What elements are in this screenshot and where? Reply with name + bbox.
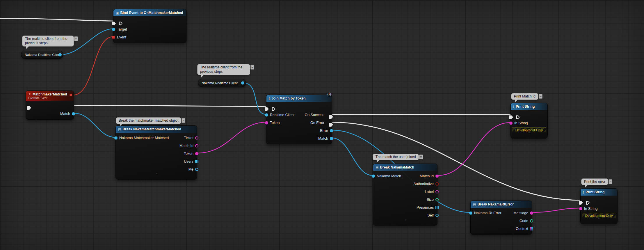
development-only-banner: Development Only [512, 127, 546, 132]
token-output-pin[interactable] [195, 152, 198, 155]
struct-input-pin[interactable] [372, 174, 375, 178]
target-pin[interactable] [112, 28, 115, 31]
pin-row: Me [116, 165, 197, 173]
pin-label: Ticket [184, 136, 193, 140]
node-print-string-2[interactable]: ƒ Print String In String Development Onl… [580, 188, 618, 224]
pin-label: Self [427, 213, 434, 217]
bubble-tab-icon[interactable]: ≡ [182, 118, 185, 123]
node-header[interactable]: ❖ MatchmakerMatched Custom Event [26, 91, 74, 101]
bubble-tab-icon[interactable]: ≡ [250, 65, 254, 70]
pin-row: Target [113, 25, 186, 33]
token-pin[interactable] [265, 121, 268, 124]
node-print-string-1[interactable]: ƒ Print String In String Development Onl… [510, 103, 548, 139]
pin-label: Size [427, 198, 434, 202]
node-join-match-by-token[interactable]: ◷ ƒ Join Match by Token Realtime Client … [266, 95, 332, 144]
authoritative-output-pin[interactable] [435, 182, 439, 185]
presences-array-output-pin[interactable] [435, 206, 439, 209]
exec-out-pin[interactable] [516, 115, 520, 119]
match-id-output-pin[interactable] [195, 144, 198, 147]
break-struct-icon: ▤ [473, 203, 476, 206]
struct-input-pin[interactable] [114, 136, 118, 139]
comment-bubble-print-error[interactable]: Print the error ≡ [581, 178, 608, 185]
node-nakama-realtime-client-1[interactable]: Nakama Realtime Client [21, 51, 63, 59]
message-output-pin[interactable] [530, 211, 533, 214]
exec-out-pin[interactable] [119, 22, 122, 25]
error-output-pin[interactable] [330, 129, 333, 132]
node-header[interactable]: ▤ Break NakamaRtError [471, 201, 532, 208]
output-pin-realtime-client[interactable] [241, 81, 244, 85]
event-delegate-pin[interactable] [112, 36, 115, 39]
on-error-exec-pin[interactable] [329, 123, 333, 127]
collapse-chevron-icon[interactable]: ˄ [373, 219, 437, 224]
pin-label: In String [514, 121, 528, 125]
expand-chevron-icon[interactable]: ˅ [511, 132, 547, 136]
exec-in-pin[interactable] [265, 107, 269, 111]
struct-input-pin[interactable] [469, 211, 472, 214]
comment-text: Print the error [584, 180, 605, 184]
pin-row: Authoritative [373, 180, 437, 188]
pin-label: Match [318, 136, 328, 141]
expand-chevron-icon[interactable]: ˅ [581, 218, 617, 222]
exec-out-pin[interactable] [27, 106, 31, 110]
node-header[interactable]: ▤ Break NakamaMatchmakerMatched [116, 126, 197, 133]
pin-label: Message [513, 211, 528, 215]
pin-row: Event [113, 33, 186, 41]
bubble-tab-icon[interactable]: ≡ [74, 36, 78, 41]
size-output-pin[interactable] [435, 198, 439, 201]
me-output-pin[interactable] [195, 168, 198, 171]
node-nakama-realtime-client-2[interactable]: Nakama Realtime Client [198, 79, 246, 87]
match-id-output-pin[interactable] [435, 174, 439, 178]
match-output-pin[interactable] [72, 112, 75, 115]
node-title: Print String [586, 190, 604, 194]
node-title: Bind Event to OnMatchmakerMatched [120, 11, 183, 15]
pin-label: Realtime Client [270, 113, 295, 117]
node-header[interactable]: ƒ Print String [581, 189, 617, 196]
label-output-pin[interactable] [435, 190, 439, 193]
exec-in-pin[interactable] [579, 201, 583, 205]
match-output-pin[interactable] [330, 137, 333, 140]
comment-bubble-realtime-top[interactable]: The realtime client from the previous st… [22, 36, 74, 47]
output-pin-realtime-client[interactable] [58, 53, 62, 56]
exec-out-pin[interactable] [272, 107, 275, 111]
node-break-nakama-rterror[interactable]: ▤ Break NakamaRtError Nakama Rt Error Me… [470, 201, 532, 235]
exec-in-pin[interactable] [509, 115, 513, 119]
blueprint-canvas[interactable]: The realtime client from the previous st… [0, 0, 644, 250]
pin-label: Nakama Match [377, 174, 401, 178]
node-header[interactable]: ▣ Bind Event to OnMatchmakerMatched [113, 9, 186, 16]
node-header[interactable]: ƒ Join Match by Token [266, 95, 332, 102]
event-delegate-pin[interactable] [70, 94, 72, 96]
comment-bubble-break-matchmaker[interactable]: Break the matchmaker matched object ≡ [116, 117, 181, 124]
node-break-nakama-matchmaker-matched[interactable]: ▤ Break NakamaMatchmakerMatched Nakama M… [115, 125, 197, 180]
code-output-pin[interactable] [530, 219, 533, 222]
bubble-tab-icon[interactable]: ≡ [539, 94, 542, 99]
exec-in-pin[interactable] [112, 22, 116, 25]
pin-label: In String [584, 207, 598, 211]
context-map-output-pin[interactable] [530, 227, 533, 230]
in-string-pin[interactable] [509, 121, 513, 125]
comment-bubble-realtime-mid[interactable]: The realtime client from the previous st… [197, 64, 250, 75]
exec-out-pin[interactable] [586, 201, 590, 205]
pin-label: Code [520, 219, 528, 223]
pin-row [581, 197, 617, 205]
self-output-pin[interactable] [435, 214, 439, 217]
users-array-output-pin[interactable] [195, 160, 198, 163]
ticket-output-pin[interactable] [195, 136, 198, 139]
node-break-nakama-match[interactable]: ▤ Break NakamaMatch Nakama Match Match I… [373, 164, 437, 226]
pin-row [113, 17, 186, 25]
pin-row: Presences [373, 203, 437, 211]
node-header[interactable]: ▤ Break NakamaMatch [373, 164, 437, 171]
pin-label: Match Id [179, 144, 193, 148]
node-matchmaker-matched-event[interactable]: ❖ MatchmakerMatched Custom Event Match [26, 91, 74, 120]
bubble-tab-icon[interactable]: ≡ [609, 179, 612, 184]
collapse-chevron-icon[interactable]: ˄ [116, 173, 197, 178]
pin-row: Self [373, 211, 437, 219]
pin-row [26, 102, 74, 110]
realtime-client-pin[interactable] [265, 113, 268, 116]
node-bind-event[interactable]: ▣ Bind Event to OnMatchmakerMatched Targ… [113, 9, 186, 43]
on-success-exec-pin[interactable] [329, 115, 333, 119]
comment-bubble-match-joined[interactable]: The match the user joined ≡ [373, 154, 419, 160]
node-header[interactable]: ƒ Print String [511, 103, 547, 110]
in-string-pin[interactable] [579, 207, 582, 210]
bubble-tab-icon[interactable]: ≡ [419, 155, 423, 159]
comment-bubble-print-match-id[interactable]: Print Match Id ≡ [511, 93, 538, 100]
